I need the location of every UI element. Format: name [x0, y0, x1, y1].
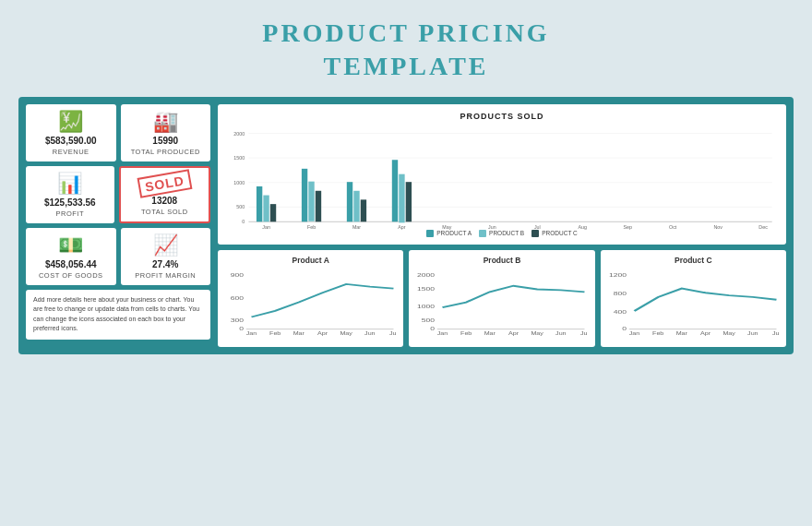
kpi-revenue: 💹 $583,590.00 REVENUE: [26, 104, 116, 161]
svg-text:May: May: [531, 331, 543, 336]
svg-text:May: May: [340, 331, 352, 336]
svg-text:800: 800: [613, 290, 626, 296]
small-chart-b: Product B 2000 1500 1000 500 0 Jan Feb M…: [409, 250, 594, 347]
kpi-total-produced: 🏭 15990 TOTAL PRODUCED: [121, 104, 211, 161]
svg-rect-22: [392, 160, 398, 221]
margin-icon: 📈: [153, 233, 178, 257]
svg-rect-24: [406, 182, 412, 221]
svg-text:Jun: Jun: [747, 331, 758, 336]
profit-label: PROFIT: [56, 209, 85, 218]
small-chart-b-title: Product B: [416, 256, 587, 265]
svg-text:1000: 1000: [417, 303, 435, 309]
small-chart-c-svg: 1200 800 400 0 Jan Feb Mar Apr May Jun J…: [608, 269, 779, 338]
svg-text:Feb: Feb: [307, 224, 316, 230]
revenue-value: $583,590.00: [45, 136, 97, 146]
svg-text:Apr: Apr: [700, 331, 710, 336]
svg-text:Jul: Jul: [580, 331, 587, 336]
svg-rect-11: [263, 195, 269, 221]
svg-text:1000: 1000: [233, 180, 245, 185]
svg-text:Apr: Apr: [317, 331, 328, 336]
svg-rect-14: [302, 169, 307, 221]
svg-text:Aug: Aug: [579, 224, 587, 230]
svg-text:500: 500: [422, 317, 435, 323]
small-chart-a-svg: 900 600 300 0 Jan Feb Mar Apr May: [225, 269, 396, 338]
bar-chart-svg: 2000 1500 1000 500 0: [227, 126, 777, 233]
produced-value: 15990: [152, 136, 178, 146]
small-chart-b-svg: 2000 1500 1000 500 0 Jan Feb Mar Apr May…: [416, 269, 587, 338]
svg-text:600: 600: [231, 294, 244, 301]
left-panel: 💹 $583,590.00 REVENUE 🏭 15990 TOTAL PROD…: [26, 104, 210, 347]
svg-text:Mar: Mar: [484, 331, 496, 336]
svg-rect-12: [270, 204, 276, 221]
svg-text:Apr: Apr: [508, 331, 519, 336]
kpi-cost-of-goods: 💵 $458,056.44 COST OF GOODS: [26, 228, 116, 285]
profit-icon: 📊: [57, 172, 82, 196]
svg-text:Jun: Jun: [488, 224, 496, 230]
svg-text:Mar: Mar: [293, 331, 304, 336]
svg-text:May: May: [442, 224, 451, 230]
margin-value: 27.4%: [152, 259, 178, 269]
sold-label: TOTAL SOLD: [141, 208, 188, 216]
svg-text:Oct: Oct: [669, 224, 677, 230]
small-chart-c-title: Product C: [608, 256, 779, 265]
note-text: Add more details here about your busines…: [33, 296, 199, 332]
small-charts-row: Product A 900 600 300 0 Jan Feb M: [218, 250, 786, 347]
svg-rect-18: [347, 182, 352, 221]
kpi-row-1: 💹 $583,590.00 REVENUE 🏭 15990 TOTAL PROD…: [26, 104, 210, 161]
produced-label: TOTAL PRODUCED: [131, 148, 200, 156]
bar-chart-title: PRODUCTS SOLD: [227, 112, 777, 121]
svg-text:900: 900: [231, 272, 244, 279]
svg-text:400: 400: [613, 308, 626, 315]
svg-text:Jan: Jan: [628, 331, 639, 336]
svg-text:Mar: Mar: [675, 331, 687, 336]
revenue-label: REVENUE: [53, 148, 90, 156]
svg-rect-16: [316, 191, 321, 222]
svg-text:Jul: Jul: [772, 331, 779, 336]
svg-rect-23: [399, 173, 404, 222]
dashboard: 💹 $583,590.00 REVENUE 🏭 15990 TOTAL PROD…: [18, 97, 794, 354]
svg-rect-10: [257, 186, 262, 221]
svg-text:Jul: Jul: [534, 224, 541, 230]
title-line2: TEMPLATE: [323, 52, 488, 80]
profit-value: $125,533.56: [44, 197, 96, 208]
svg-text:Feb: Feb: [652, 331, 664, 336]
svg-text:Mar: Mar: [352, 224, 361, 230]
kpi-profit-margin: 📈 27.4% PROFIT MARGIN: [121, 228, 211, 285]
bar-chart-container: PRODUCTS SOLD 2000 1500 1000 500 0: [218, 104, 786, 245]
cost-value: $458,056.44: [45, 259, 97, 269]
margin-label: PROFIT MARGIN: [135, 271, 196, 280]
svg-text:300: 300: [231, 317, 244, 323]
svg-text:0: 0: [239, 326, 244, 332]
svg-text:2000: 2000: [417, 272, 435, 279]
title-line1: PRODUCT PRICING: [262, 18, 549, 47]
svg-text:2000: 2000: [233, 130, 245, 136]
svg-text:Jun: Jun: [555, 331, 566, 336]
cost-label: COST OF GOODS: [39, 271, 103, 280]
svg-rect-15: [308, 181, 314, 221]
right-panel: PRODUCTS SOLD 2000 1500 1000 500 0: [218, 104, 786, 347]
small-chart-a-title: Product A: [225, 256, 396, 265]
kpi-total-sold: SOLD 13208 TOTAL SOLD: [119, 166, 211, 223]
svg-text:Apr: Apr: [398, 224, 405, 230]
svg-text:Jan: Jan: [262, 224, 270, 230]
svg-text:1500: 1500: [417, 286, 435, 293]
svg-text:1500: 1500: [233, 155, 245, 161]
svg-rect-19: [353, 191, 359, 222]
svg-text:Jul: Jul: [389, 331, 396, 336]
small-chart-c: Product C 1200 800 400 0 Jan Feb Mar Apr…: [601, 250, 786, 347]
svg-text:0: 0: [431, 326, 436, 332]
cost-icon: 💵: [58, 233, 83, 257]
svg-text:500: 500: [236, 204, 245, 209]
sold-stamp: SOLD: [138, 173, 191, 196]
page-title: PRODUCT PRICING TEMPLATE: [262, 17, 549, 84]
svg-text:Feb: Feb: [269, 331, 281, 336]
bar-chart-area: 2000 1500 1000 500 0: [227, 126, 777, 227]
note-box: Add more details here about your busines…: [26, 290, 210, 340]
svg-text:Jan: Jan: [437, 331, 448, 336]
svg-text:Feb: Feb: [460, 331, 472, 336]
small-chart-a: Product A 900 600 300 0 Jan Feb M: [218, 250, 403, 347]
svg-text:1200: 1200: [609, 272, 627, 279]
produced-icon: 🏭: [153, 110, 178, 134]
revenue-icon: 💹: [58, 110, 83, 134]
svg-text:Nov: Nov: [713, 224, 722, 230]
